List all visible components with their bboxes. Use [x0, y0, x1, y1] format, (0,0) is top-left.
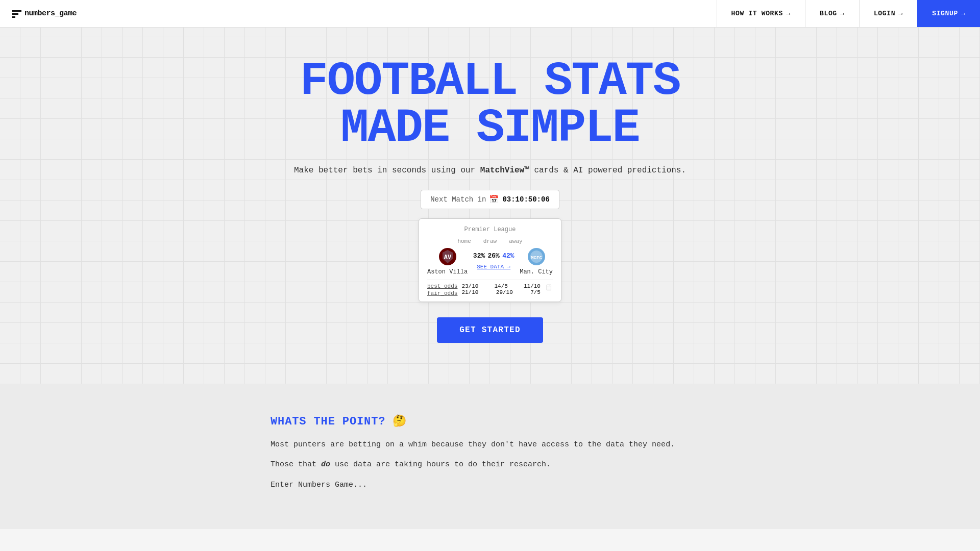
navbar: numbers_game HOW IT WORKS → BLOG → LOGIN…	[0, 0, 980, 28]
whats-the-point-section: WHATS THE POINT? 🤔 Most punters are bett…	[0, 384, 980, 530]
away-team-name: Man. City	[520, 268, 553, 276]
get-started-button[interactable]: GET STARTED	[437, 317, 543, 343]
away-label: away	[509, 238, 522, 244]
hero-section: FOOTBALL STATS MADE SIMPLE Make better b…	[0, 28, 980, 384]
fair-draw-val: 29/10	[496, 289, 513, 295]
section-para1: Most punters are betting on a whim becau…	[271, 438, 709, 452]
nav-signup-arrow: →	[961, 10, 966, 18]
home-team-col: AV Aston Villa	[427, 247, 468, 276]
calendar-icon: 📅	[489, 194, 499, 205]
screen-icon: 🖥	[545, 283, 553, 293]
hero-title-line1: FOOTBALL STATS	[300, 55, 680, 108]
aston-villa-logo: AV	[438, 247, 457, 266]
best-home-val: 23/10	[461, 283, 478, 289]
see-data-link[interactable]: SEE DATA →	[477, 264, 510, 270]
logo-icon	[12, 9, 21, 18]
odds-header-labels: home draw away	[427, 238, 553, 244]
odds-labels-col: best_odds fair_odds	[427, 283, 457, 296]
hero-title-line2: MADE SIMPLE	[340, 102, 639, 155]
best-away-val: 11/10	[524, 283, 541, 289]
hero-title: FOOTBALL STATS MADE SIMPLE	[300, 58, 680, 152]
odds-row: 32% 26% 42%	[472, 252, 516, 260]
best-odds-label: best_odds	[427, 283, 457, 289]
home-pct: 32%	[473, 252, 485, 260]
fair-home-val: 21/10	[461, 289, 478, 295]
fair-odds-label: fair_odds	[427, 290, 457, 296]
draw-pct: 26%	[488, 252, 500, 260]
match-card-middle: 32% 26% 42% SEE DATA →	[472, 252, 516, 271]
section-heading: WHATS THE POINT? 🤔	[271, 414, 709, 428]
hero-subtitle-bold: MatchView™	[480, 166, 529, 175]
home-label: home	[457, 238, 471, 244]
nav-signup-label: SIGNUP	[932, 10, 958, 17]
logo-text: numbers_game	[24, 9, 77, 18]
match-row: AV Aston Villa 32% 26% 42% SEE DATA →	[427, 247, 553, 276]
home-team-name: Aston Villa	[427, 268, 468, 276]
nav-login-label: LOGIN	[874, 10, 895, 17]
section-para2: Those that do use data are taking hours …	[271, 458, 709, 471]
nav-login[interactable]: LOGIN →	[859, 0, 917, 27]
fair-away-val: 7/5	[530, 289, 541, 295]
man-city-logo: MCFC	[527, 247, 546, 266]
away-team-col: MCFC Man. City	[520, 247, 553, 276]
svg-rect-2	[12, 16, 15, 18]
svg-rect-0	[12, 10, 21, 12]
odds-values-col: 23/10 14/5 11/10 21/10 29/10 7/5	[461, 283, 541, 295]
section-para3: Enter Numbers Game...	[271, 479, 709, 492]
away-pct: 42%	[502, 252, 514, 260]
draw-label: draw	[483, 238, 497, 244]
hero-subtitle-end: cards & AI powered predictions.	[529, 166, 686, 175]
logo[interactable]: numbers_game	[0, 9, 717, 18]
svg-text:AV: AV	[444, 254, 451, 261]
section-para2-end: use data are taking hours to do their re…	[330, 460, 551, 469]
countdown-time: 03:10:50:06	[502, 195, 549, 204]
match-card: Premier League home draw away AV Aston V…	[419, 218, 561, 302]
nav-signup[interactable]: SIGNUP →	[917, 0, 980, 27]
match-card-league: Premier League	[427, 226, 553, 233]
hero-subtitle: Make better bets in seconds using our Ma…	[294, 164, 686, 178]
nav-how-it-works-label: HOW IT WORKS	[731, 10, 783, 17]
nav-blog-label: BLOG	[820, 10, 837, 17]
nav-login-arrow: →	[898, 10, 903, 18]
section-content: WHATS THE POINT? 🤔 Most punters are bett…	[271, 414, 709, 492]
nav-blog[interactable]: BLOG →	[805, 0, 859, 27]
nav-links: HOW IT WORKS → BLOG → LOGIN → SIGNUP →	[717, 0, 980, 27]
countdown-label: Next Match in	[430, 195, 486, 204]
card-divider	[427, 280, 553, 280]
nav-how-it-works-arrow: →	[786, 10, 791, 18]
best-draw-val: 14/5	[495, 283, 508, 289]
section-para2-italic: do	[321, 460, 330, 469]
nav-how-it-works[interactable]: HOW IT WORKS →	[717, 0, 805, 27]
match-card-bottom: best_odds fair_odds 23/10 14/5 11/10 21/…	[427, 283, 553, 296]
nav-blog-arrow: →	[840, 10, 845, 18]
section-para2-plain: Those that	[271, 460, 321, 469]
countdown-bar: Next Match in 📅 03:10:50:06	[421, 190, 559, 209]
hero-subtitle-plain: Make better bets in seconds using our	[294, 166, 480, 175]
best-odds-row: 23/10 14/5 11/10	[461, 283, 541, 289]
fair-odds-row: 21/10 29/10 7/5	[461, 289, 541, 295]
svg-text:MCFC: MCFC	[531, 256, 542, 261]
svg-rect-1	[12, 13, 18, 15]
